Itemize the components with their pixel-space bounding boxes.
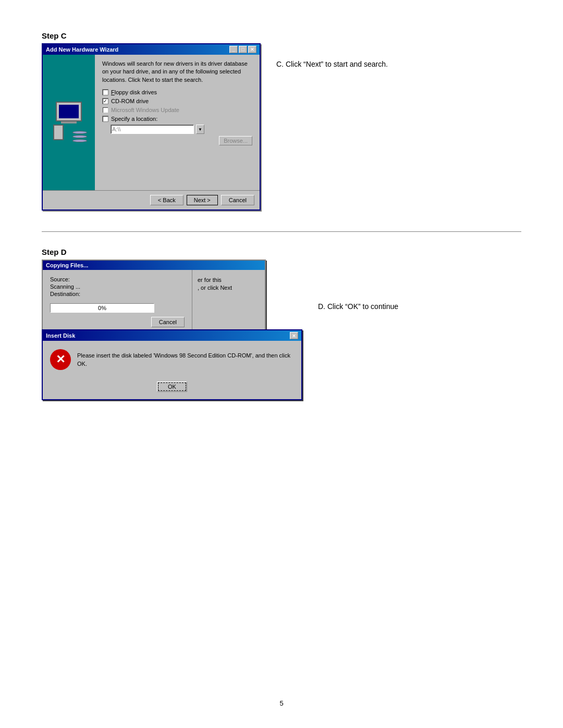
floppy-label-underline: F <box>111 89 115 95</box>
insert-disk-title: Insert Disk <box>46 332 75 339</box>
insert-disk-ok-button[interactable]: OK <box>157 381 187 392</box>
copying-files-titlebar: Copying Files... <box>43 261 265 270</box>
insert-disk-message: Please insert the disk labeled 'Windows … <box>77 351 294 368</box>
discs <box>72 130 87 143</box>
copying-files-left: Source: Scanning ... Destination: 0% <box>43 270 192 334</box>
step-d-description: D. Click “OK” to continue <box>318 260 398 312</box>
scanning-label: Scanning ... <box>50 283 80 290</box>
floppy-label: Floppy disk drives <box>111 89 157 95</box>
insert-disk-titlebar-buttons: × <box>290 332 298 339</box>
step-c-section: Step C Add New Hardware Wizard _ □ ✕ <box>42 31 521 211</box>
computer-illustration <box>51 102 87 143</box>
monitor-base <box>61 121 77 124</box>
disc-1 <box>72 131 88 134</box>
winupdate-checkbox <box>102 107 108 113</box>
back-button[interactable]: < Back <box>150 195 183 205</box>
step-c-description: C. Click “Next” to start and search. <box>276 43 388 70</box>
step-c-label: Step C <box>42 31 521 40</box>
source-field: Source: <box>50 276 185 282</box>
floppy-checkbox-row: Floppy disk drives <box>102 89 252 95</box>
disc-2 <box>72 135 88 138</box>
destination-field: Destination: <box>50 291 185 297</box>
cdrom-checkbox-row: CD-ROM drive <box>102 98 252 104</box>
specify-checkbox[interactable] <box>102 116 108 122</box>
scanning-field: Scanning ... <box>50 283 185 290</box>
dialog-body: Windows will search for new drivers in i… <box>43 55 260 190</box>
monitor <box>56 102 82 121</box>
location-input[interactable] <box>111 125 194 134</box>
step-d-section: Step D Copying Files... Source: S <box>42 248 521 400</box>
next-button[interactable]: Next > <box>187 195 218 205</box>
dialog-body-text: Windows will search for new drivers in i… <box>102 60 252 84</box>
specify-label: Specify a location: <box>111 116 157 122</box>
progress-text: 0% <box>98 305 106 311</box>
copying-files-dialog: Copying Files... Source: Scanning ... De… <box>42 260 266 335</box>
insert-disk-titlebar: Insert Disk × <box>43 330 301 341</box>
dialog-content: Windows will search for new drivers in i… <box>95 55 260 190</box>
dialog-footer: < Back Next > Cancel <box>43 190 260 209</box>
location-field-row: ▼ <box>111 125 252 134</box>
error-icon: ✕ <box>50 349 71 370</box>
page-number: 5 <box>279 699 283 707</box>
winupdate-checkbox-row: Microsoft Windows Update <box>102 107 252 113</box>
titlebar-buttons: _ □ ✕ <box>229 46 256 53</box>
copying-files-title: Copying Files... <box>46 262 88 268</box>
insert-disk-body: ✕ Please insert the disk labeled 'Window… <box>43 341 301 378</box>
dialog-titlebar: Add New Hardware Wizard _ □ ✕ <box>43 44 260 55</box>
specify-checkbox-row: Specify a location: <box>102 116 252 122</box>
cancel-button[interactable]: Cancel <box>221 195 254 205</box>
minimize-button[interactable]: _ <box>229 46 238 53</box>
insert-disk-dialog: Insert Disk × ✕ Please insert the disk l… <box>42 329 302 400</box>
close-button[interactable]: ✕ <box>248 46 256 53</box>
insert-disk-close-button[interactable]: × <box>290 332 298 339</box>
insert-disk-footer: OK <box>43 378 301 399</box>
separator <box>42 231 521 232</box>
step-d-row: Copying Files... Source: Scanning ... De… <box>42 260 521 400</box>
copying-files-body: Source: Scanning ... Destination: 0% <box>43 270 265 334</box>
cdrom-label: CD-ROM drive <box>111 98 149 104</box>
location-dropdown-arrow[interactable]: ▼ <box>196 125 204 134</box>
disc-3 <box>72 139 88 142</box>
dialog-sidebar <box>43 55 95 190</box>
copying-files-right: er for this, or click Next <box>192 270 265 334</box>
browse-button[interactable]: Browse... <box>219 136 252 145</box>
monitor-screen <box>59 105 79 118</box>
destination-label: Destination: <box>50 291 80 297</box>
add-hardware-wizard-dialog: Add New Hardware Wizard _ □ ✕ <box>42 43 261 211</box>
winupdate-label: Microsoft Windows Update <box>111 107 179 113</box>
tower <box>53 125 64 140</box>
copying-files-right-text: er for this, or click Next <box>198 277 232 291</box>
maximize-button[interactable]: □ <box>239 46 247 53</box>
source-label: Source: <box>50 276 70 282</box>
step-c-row: Add New Hardware Wizard _ □ ✕ <box>42 43 521 211</box>
step-d-dialogs: Copying Files... Source: Scanning ... De… <box>42 260 302 400</box>
progress-bar: 0% <box>50 303 154 313</box>
step-d-label: Step D <box>42 248 521 256</box>
copy-cancel-button[interactable]: Cancel <box>151 317 185 327</box>
cdrom-checkbox[interactable] <box>102 98 108 104</box>
dialog-title: Add New Hardware Wizard <box>46 46 118 53</box>
floppy-checkbox[interactable] <box>102 89 108 95</box>
